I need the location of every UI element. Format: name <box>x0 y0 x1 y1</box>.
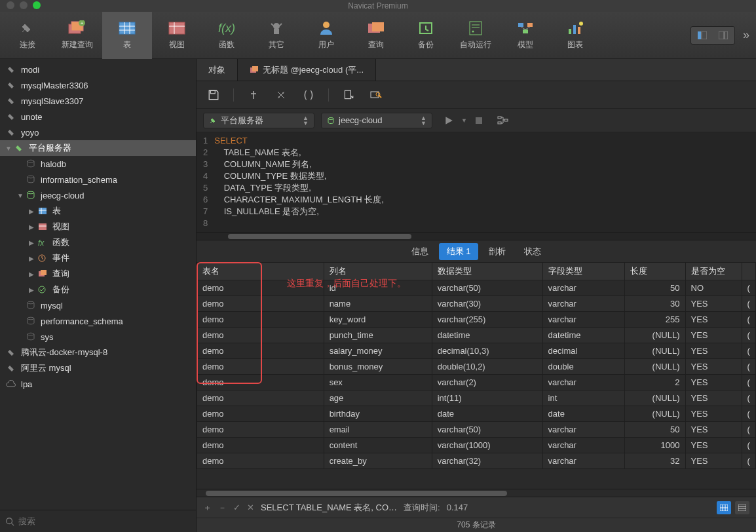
format-icon[interactable] <box>246 90 261 100</box>
table-cell[interactable]: demo <box>197 406 324 422</box>
tree-folder-item[interactable]: ▶视图 <box>0 219 196 235</box>
database-dropdown[interactable]: jeecg-cloud ▲▼ <box>321 113 432 128</box>
table-cell[interactable]: demo <box>197 453 324 469</box>
minimize-window-button[interactable] <box>20 1 28 9</box>
expand-arrow-icon[interactable]: ▶ <box>29 239 37 246</box>
table-cell[interactable]: varchar <box>542 312 624 328</box>
parentheses-icon[interactable]: () <box>301 88 316 101</box>
expand-arrow-icon[interactable]: ▶ <box>29 255 37 262</box>
tree-folder-item[interactable]: ▶备份 <box>0 282 196 297</box>
export-icon[interactable] <box>341 89 356 101</box>
table-row[interactable]: demoidvarchar(50)varchar50NO( <box>197 280 756 296</box>
view-button[interactable]: 视图 <box>152 12 202 59</box>
table-cell[interactable]: demo <box>197 422 324 438</box>
run-button[interactable] <box>444 116 453 125</box>
table-cell[interactable]: demo <box>197 375 324 390</box>
table-cell[interactable]: sex <box>324 375 432 390</box>
table-cell[interactable]: varchar <box>542 422 624 438</box>
other-button[interactable]: 其它 <box>252 12 301 59</box>
table-cell[interactable]: date <box>542 406 624 422</box>
table-cell[interactable]: 255 <box>625 312 686 328</box>
table-cell[interactable]: key_word <box>324 312 432 328</box>
table-cell[interactable]: YES <box>685 406 742 422</box>
user-button[interactable]: 用户 <box>301 12 351 59</box>
sidebar-search[interactable] <box>0 510 196 532</box>
table-cell[interactable]: 2 <box>625 375 686 390</box>
connection-item[interactable]: unote <box>0 109 196 124</box>
connection-dropdown[interactable]: 平台服务器 ▲▼ <box>203 113 314 128</box>
table-cell[interactable]: NO <box>685 280 742 296</box>
table-cell[interactable]: date <box>432 406 542 422</box>
table-cell[interactable]: email <box>324 422 432 438</box>
table-cell[interactable]: (NULL) <box>625 328 686 343</box>
connection-item[interactable]: ▼平台服务器 <box>0 140 196 156</box>
table-cell[interactable]: 50 <box>625 422 686 438</box>
connection-item[interactable]: modi <box>0 62 196 77</box>
commit-button[interactable]: ✓ <box>233 503 240 512</box>
table-cell[interactable]: YES <box>685 422 742 438</box>
grid-view-button[interactable] <box>717 501 731 514</box>
tree-folder-item[interactable]: ▶事件 <box>0 250 196 266</box>
table-cell[interactable]: decimal(10,3) <box>432 343 542 359</box>
table-cell[interactable]: varchar <box>542 296 624 312</box>
table-cell[interactable]: varchar(1000) <box>432 438 542 453</box>
table-cell[interactable]: demo <box>197 296 324 312</box>
table-row[interactable]: democreate_byvarchar(32)varchar32YES( <box>197 453 756 469</box>
table-cell[interactable]: datetime <box>542 328 624 343</box>
table-row[interactable]: demoageint(11)int(NULL)YES( <box>197 390 756 406</box>
explain-plan-icon[interactable] <box>497 116 509 125</box>
beautify-icon[interactable] <box>273 90 289 100</box>
column-header[interactable]: 是否为空 <box>685 263 742 280</box>
table-cell[interactable]: YES <box>685 375 742 390</box>
table-cell[interactable]: YES <box>685 390 742 406</box>
table-button[interactable]: 表 <box>102 12 152 59</box>
table-cell[interactable]: demo <box>197 390 324 406</box>
expand-arrow-icon[interactable]: ▶ <box>29 286 37 294</box>
table-cell[interactable]: YES <box>685 296 742 312</box>
result-tab[interactable]: 剖析 <box>481 243 514 260</box>
search-input[interactable] <box>18 516 191 526</box>
expand-arrow-icon[interactable]: ▼ <box>5 145 13 152</box>
model-button[interactable]: 模型 <box>501 12 550 59</box>
table-cell[interactable]: 1000 <box>625 438 686 453</box>
backup-button[interactable]: 备份 <box>401 12 451 59</box>
result-tab[interactable]: 状态 <box>516 243 549 260</box>
table-cell[interactable]: YES <box>685 453 742 469</box>
cancel-button[interactable]: ✕ <box>247 503 254 512</box>
database-item[interactable]: mysql <box>0 297 196 313</box>
add-row-button[interactable]: ＋ <box>203 502 212 514</box>
database-item[interactable]: sys <box>0 329 196 345</box>
overflow-icon[interactable]: » <box>739 28 753 42</box>
form-view-button[interactable] <box>735 501 749 514</box>
connection-item[interactable]: 阿里云 mysql <box>0 360 196 376</box>
table-cell[interactable]: (NULL) <box>625 390 686 406</box>
table-cell[interactable]: varchar(30) <box>432 296 542 312</box>
column-header[interactable]: 数据类型 <box>432 263 542 280</box>
database-item[interactable]: halodb <box>0 156 196 172</box>
table-cell[interactable]: age <box>324 390 432 406</box>
database-item[interactable]: ▼jeecg-cloud <box>0 187 196 203</box>
delete-row-button[interactable]: － <box>218 502 227 514</box>
connection-item[interactable]: mysqlSlave3307 <box>0 93 196 109</box>
function-button[interactable]: f(x)函数 <box>202 12 252 59</box>
table-cell[interactable]: (NULL) <box>625 359 686 375</box>
table-cell[interactable]: varchar(255) <box>432 312 542 328</box>
cloud-item[interactable]: lpa <box>0 376 196 392</box>
maximize-window-button[interactable] <box>33 1 41 9</box>
query-button[interactable]: 查询 <box>351 12 401 59</box>
table-cell[interactable]: punch_time <box>324 328 432 343</box>
table-cell[interactable]: id <box>324 280 432 296</box>
table-cell[interactable]: (NULL) <box>625 406 686 422</box>
column-header[interactable]: 列名 <box>324 263 432 280</box>
table-cell[interactable]: YES <box>685 359 742 375</box>
table-cell[interactable]: YES <box>685 438 742 453</box>
tree-folder-item[interactable]: ▶查询 <box>0 266 196 282</box>
result-grid[interactable]: 表名列名数据类型字段类型长度是否为空demoidvarchar(50)varch… <box>197 262 756 489</box>
table-cell[interactable]: varchar(50) <box>432 280 542 296</box>
chart-button[interactable]: 图表 <box>550 12 600 59</box>
table-cell[interactable]: bonus_money <box>324 359 432 375</box>
table-cell[interactable]: varchar <box>542 438 624 453</box>
column-header[interactable]: 表名 <box>197 263 324 280</box>
table-row[interactable]: demosalary_moneydecimal(10,3)decimal(NUL… <box>197 343 756 359</box>
table-row[interactable]: demopunch_timedatetimedatetime(NULL)YES( <box>197 328 756 343</box>
